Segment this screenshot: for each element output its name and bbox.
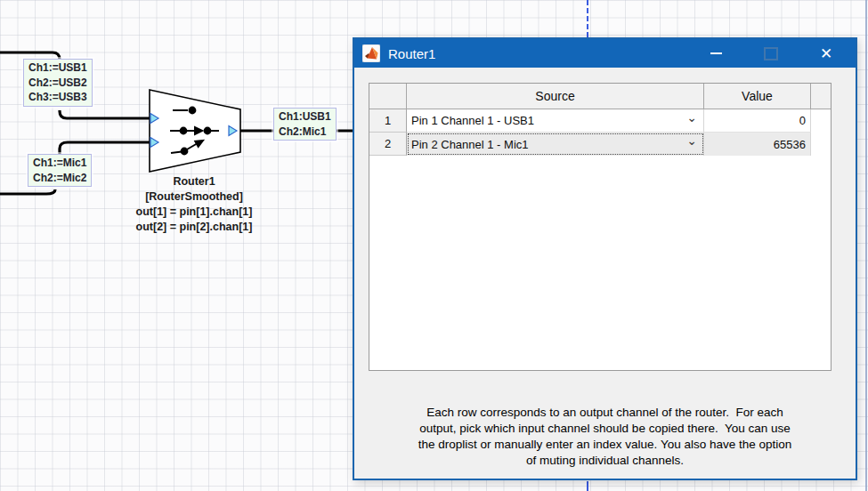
source-value: Pin 1 Channel 1 - USB1 [411,114,534,127]
router-mapping-1: out[1] = pin[1].chan[1] [78,205,310,220]
router-block-caption: Router1 [RouterSmoothed] out[1] = pin[1]… [78,174,310,235]
label-line: Ch3:=USB3 [28,90,87,105]
source-value: Pin 2 Channel 1 - Mic1 [411,138,529,151]
router-output-label[interactable]: Ch1:USB1 Ch2:Mic1 [273,108,337,141]
header-index [369,84,407,109]
description-line: Each row corresponds to an output channe… [365,405,845,421]
router-mapping-2: out[2] = pin[2].chan[1] [78,220,310,235]
routing-table: Source Value 1 Pin 1 Channel 1 - USB1 ⌄ … [369,83,831,371]
canvas-edge-line [865,0,867,491]
table-row: 1 Pin 1 Channel 1 - USB1 ⌄ 0 [369,109,831,133]
minimize-icon [710,52,722,54]
row-index: 2 [369,133,407,156]
description-line: of muting individual channels. [365,453,845,469]
maximize-icon [764,47,778,60]
row-index: 1 [369,109,407,133]
chevron-down-icon[interactable]: ⌄ [686,133,697,148]
page-break-line [587,0,588,37]
description-line: the droplist or manually enter an index … [365,437,845,453]
label-line: Ch2:Mic1 [279,125,331,140]
router-properties-dialog: Router1 ✕ Source Value 1 Pin 1 Channel 1… [353,37,857,480]
value-cell[interactable]: 0 [704,109,811,133]
source-dropdown[interactable]: Pin 2 Channel 1 - Mic1 ⌄ [407,133,704,156]
router-type: [RouterSmoothed] [78,189,310,205]
header-gutter [811,84,831,109]
label-line: Ch1:USB1 [279,109,331,125]
table-header-row: Source Value [369,84,831,109]
source-dropdown[interactable]: Pin 1 Channel 1 - USB1 ⌄ [407,109,704,133]
wire-usb-to-router[interactable] [60,110,151,118]
label-line: Ch1:=USB1 [28,60,87,76]
page-break-line [587,481,588,491]
description-line: output, pick which input channel should … [365,421,845,437]
minimize-button[interactable] [688,39,743,68]
schematic-canvas: Ch1:=USB1 Ch2:=USB2 Ch3:=USB3 Ch1:=Mic1 … [0,0,868,491]
value-cell[interactable]: 65536 [704,133,811,156]
chevron-down-icon[interactable]: ⌄ [686,110,697,125]
dialog-title: Router1 [388,46,688,61]
header-value[interactable]: Value [704,84,811,109]
label-line: Ch2:=USB2 [28,76,87,91]
router-name: Router1 [78,174,310,189]
usb-channels-label[interactable]: Ch1:=USB1 Ch2:=USB2 Ch3:=USB3 [23,59,93,107]
matlab-logo-icon [362,44,380,62]
close-button[interactable]: ✕ [799,39,854,68]
wire-mic-into-label[interactable] [0,189,55,194]
table-row: 2 Pin 2 Channel 1 - Mic1 ⌄ 65536 [369,133,831,156]
dialog-titlebar[interactable]: Router1 ✕ [354,39,856,68]
header-source[interactable]: Source [407,84,704,109]
label-line: Ch1:=Mic1 [33,156,86,171]
maximize-button [743,39,799,68]
dialog-description: Each row corresponds to an output channe… [365,405,845,469]
